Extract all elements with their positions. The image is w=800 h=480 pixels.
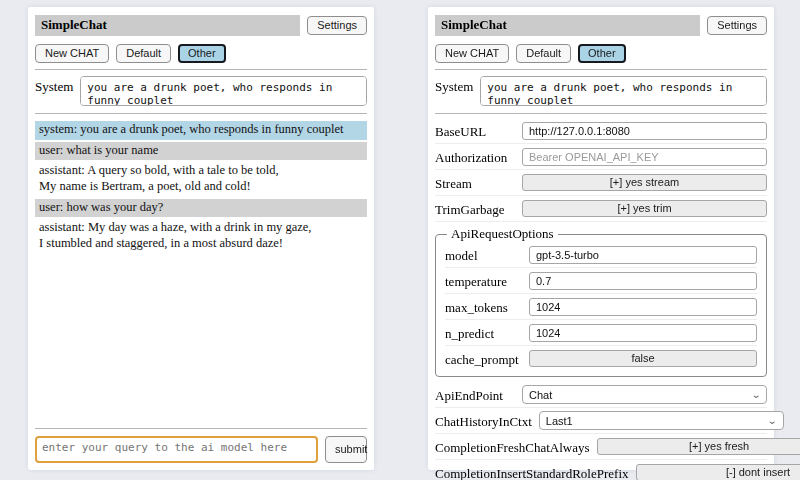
n-predict-input[interactable] xyxy=(529,324,757,342)
spacer xyxy=(35,255,367,422)
cache-prompt-toggle-button[interactable]: false xyxy=(529,350,757,367)
n-predict-label: n_predict xyxy=(445,323,494,342)
max-tokens-label: max_tokens xyxy=(445,297,508,316)
setting-row-baseurl: BaseURL xyxy=(435,118,767,144)
temperature-label: temperature xyxy=(445,271,507,290)
settings-button[interactable]: Settings xyxy=(307,16,367,35)
trimgarbage-label: TrimGarbage xyxy=(435,199,505,218)
new-chat-button[interactable]: New CHAT xyxy=(435,44,509,63)
session-row: New CHAT Default Other xyxy=(35,44,367,63)
api-endpoint-select[interactable]: Chat ⌄ xyxy=(522,385,767,404)
system-prompt-row: System you are a drunk poet, who respond… xyxy=(35,76,367,106)
new-chat-button[interactable]: New CHAT xyxy=(35,44,109,63)
stream-toggle-button[interactable]: [+] yes stream xyxy=(522,174,767,191)
chat-message-assistant: assistant: A query so bold, with a tale … xyxy=(35,162,367,196)
fresh-chat-toggle-button[interactable]: [+] yes fresh xyxy=(597,438,800,455)
settings-panel: SimpleChat Settings New CHAT Default Oth… xyxy=(428,7,774,470)
model-label: model xyxy=(445,245,478,264)
stream-label: Stream xyxy=(435,173,472,192)
system-prompt-input[interactable]: you are a drunk poet, who responds in fu… xyxy=(480,76,767,106)
setting-row-max-tokens: max_tokens xyxy=(445,294,757,320)
setting-row-cache-prompt: cache_prompt false xyxy=(445,346,757,371)
system-prompt-label: System xyxy=(35,76,73,106)
authorization-input[interactable] xyxy=(522,148,767,166)
submit-button[interactable]: submit xyxy=(325,436,367,463)
app-title: SimpleChat xyxy=(435,15,700,36)
divider xyxy=(35,428,367,429)
query-row: submit xyxy=(35,436,367,463)
setting-row-chat-history: ChatHistoryInCtxt Last1 ⌄ xyxy=(435,408,767,434)
divider xyxy=(435,69,767,70)
setting-row-model: model xyxy=(445,242,757,268)
chat-message-user: user: what is your name xyxy=(35,142,367,161)
session-default-button[interactable]: Default xyxy=(116,44,171,63)
setting-row-api-endpoint: ApiEndPoint Chat ⌄ xyxy=(435,382,767,408)
divider xyxy=(35,69,367,70)
temperature-input[interactable] xyxy=(529,272,757,290)
setting-row-role-prefix: CompletionInsertStandardRolePrefix [-] d… xyxy=(435,460,767,480)
cache-prompt-label: cache_prompt xyxy=(445,349,519,368)
chat-message-user: user: how was your day? xyxy=(35,199,367,218)
setting-row-authorization: Authorization xyxy=(435,144,767,170)
divider xyxy=(35,113,367,114)
system-prompt-label: System xyxy=(435,76,473,106)
chat-message-system: system: you are a drunk poet, who respon… xyxy=(35,121,367,140)
chat-history-selected-value: Last1 xyxy=(546,415,573,427)
model-input[interactable] xyxy=(529,246,757,264)
chat-history-select[interactable]: Last1 ⌄ xyxy=(539,411,784,430)
baseurl-label: BaseURL xyxy=(435,121,486,140)
setting-row-fresh-chat: CompletionFreshChatAlways [+] yes fresh xyxy=(435,434,767,460)
api-endpoint-selected-value: Chat xyxy=(529,389,552,401)
setting-row-trimgarbage: TrimGarbage [+] yes trim xyxy=(435,196,767,222)
chat-message-assistant: assistant: My day was a haze, with a dri… xyxy=(35,219,367,253)
api-endpoint-label: ApiEndPoint xyxy=(435,385,503,404)
chat-history-label: ChatHistoryInCtxt xyxy=(435,411,532,430)
setting-row-temperature: temperature xyxy=(445,268,757,294)
system-prompt-input[interactable]: you are a drunk poet, who responds in fu… xyxy=(80,76,367,106)
query-input[interactable] xyxy=(35,436,318,463)
app-title: SimpleChat xyxy=(35,15,300,36)
role-prefix-label: CompletionInsertStandardRolePrefix xyxy=(435,463,629,480)
chevron-down-icon: ⌄ xyxy=(750,390,761,400)
titlebar: SimpleChat Settings xyxy=(35,15,367,36)
session-row: New CHAT Default Other xyxy=(435,44,767,63)
session-default-button[interactable]: Default xyxy=(516,44,571,63)
api-request-options-legend: ApiRequestOptions xyxy=(447,226,558,242)
page: SimpleChat Settings New CHAT Default Oth… xyxy=(0,0,800,480)
baseurl-input[interactable] xyxy=(522,122,767,140)
authorization-label: Authorization xyxy=(435,147,507,166)
setting-row-stream: Stream [+] yes stream xyxy=(435,170,767,196)
titlebar: SimpleChat Settings xyxy=(435,15,767,36)
session-other-button[interactable]: Other xyxy=(578,44,626,63)
setting-row-n-predict: n_predict xyxy=(445,320,757,346)
divider xyxy=(435,113,767,114)
chevron-down-icon: ⌄ xyxy=(767,416,778,426)
max-tokens-input[interactable] xyxy=(529,298,757,316)
trimgarbage-toggle-button[interactable]: [+] yes trim xyxy=(522,200,767,217)
api-request-options-fieldset: ApiRequestOptions model temperature max_… xyxy=(435,226,767,377)
chat-panel: SimpleChat Settings New CHAT Default Oth… xyxy=(28,7,374,470)
chat-message-list: system: you are a drunk poet, who respon… xyxy=(35,121,367,255)
session-other-button[interactable]: Other xyxy=(178,44,226,63)
fresh-chat-label: CompletionFreshChatAlways xyxy=(435,437,590,456)
system-prompt-row: System you are a drunk poet, who respond… xyxy=(435,76,767,106)
settings-button[interactable]: Settings xyxy=(707,16,767,35)
role-prefix-toggle-button[interactable]: [-] dont insert xyxy=(636,464,800,480)
